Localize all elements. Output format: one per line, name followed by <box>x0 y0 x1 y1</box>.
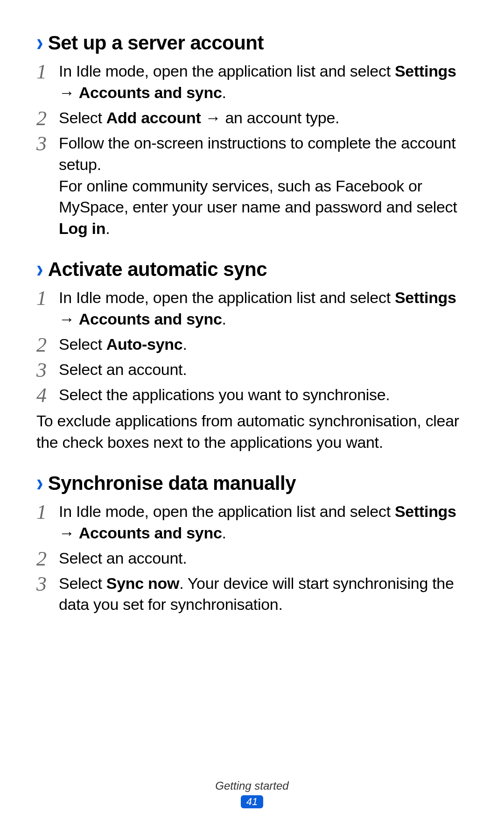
steps-list: 1 In Idle mode, open the application lis… <box>36 61 468 240</box>
step-body: In Idle mode, open the application list … <box>59 287 468 330</box>
step-item: 1 In Idle mode, open the application lis… <box>36 287 468 330</box>
step-number: 3 <box>36 359 59 381</box>
step-body: In Idle mode, open the application list … <box>59 61 468 104</box>
step-number: 4 <box>36 384 59 406</box>
step-item: 1 In Idle mode, open the application lis… <box>36 501 468 544</box>
heading-row: › Activate automatic sync <box>36 258 468 281</box>
heading-row: › Set up a server account <box>36 32 468 54</box>
step-number: 2 <box>36 334 59 355</box>
step-number: 1 <box>36 287 59 309</box>
chevron-icon: › <box>36 470 43 495</box>
step-body: Select an account. <box>59 548 187 569</box>
step-body: Select Auto-sync. <box>59 334 187 355</box>
step-number: 3 <box>36 133 59 154</box>
step-body: Select an account. <box>59 359 187 381</box>
step-item: 3 Select an account. <box>36 359 468 381</box>
steps-list: 1 In Idle mode, open the application lis… <box>36 501 468 616</box>
step-body: Select Add account → an account type. <box>59 107 339 129</box>
section-manual-sync: › Synchronise data manually 1 In Idle mo… <box>36 472 468 616</box>
step-item: 2 Select Auto-sync. <box>36 334 468 355</box>
heading-row: › Synchronise data manually <box>36 472 468 495</box>
step-item: 1 In Idle mode, open the application lis… <box>36 61 468 104</box>
section-auto-sync: › Activate automatic sync 1 In Idle mode… <box>36 258 468 453</box>
heading-text: Set up a server account <box>48 32 264 54</box>
heading-text: Synchronise data manually <box>48 472 296 495</box>
chevron-icon: › <box>36 257 43 282</box>
step-body: Select Sync now. Your device will start … <box>59 573 468 616</box>
section-set-up-server: › Set up a server account 1 In Idle mode… <box>36 32 468 240</box>
step-number: 3 <box>36 573 59 594</box>
steps-list: 1 In Idle mode, open the application lis… <box>36 287 468 406</box>
chevron-icon: › <box>36 30 43 55</box>
step-item: 3 Select Sync now. Your device will star… <box>36 573 468 616</box>
step-number: 2 <box>36 548 59 569</box>
step-item: 4 Select the applications you want to sy… <box>36 384 468 406</box>
step-body: In Idle mode, open the application list … <box>59 501 468 544</box>
step-item: 2 Select an account. <box>36 548 468 569</box>
step-number: 1 <box>36 61 59 82</box>
page-footer: Getting started 41 <box>0 779 504 808</box>
step-item: 3 Follow the on-screen instructions to c… <box>36 133 468 240</box>
heading-text: Activate automatic sync <box>48 258 267 281</box>
step-body: Follow the on-screen instructions to com… <box>59 133 468 240</box>
step-body: Select the applications you want to sync… <box>59 384 390 406</box>
page-number-badge: 41 <box>241 795 263 808</box>
step-number: 2 <box>36 107 59 129</box>
footer-section-label: Getting started <box>0 779 504 792</box>
manual-page: › Set up a server account 1 In Idle mode… <box>0 0 504 615</box>
section-note: To exclude applications from automatic s… <box>36 410 468 453</box>
step-item: 2 Select Add account → an account type. <box>36 107 468 129</box>
step-number: 1 <box>36 501 59 523</box>
